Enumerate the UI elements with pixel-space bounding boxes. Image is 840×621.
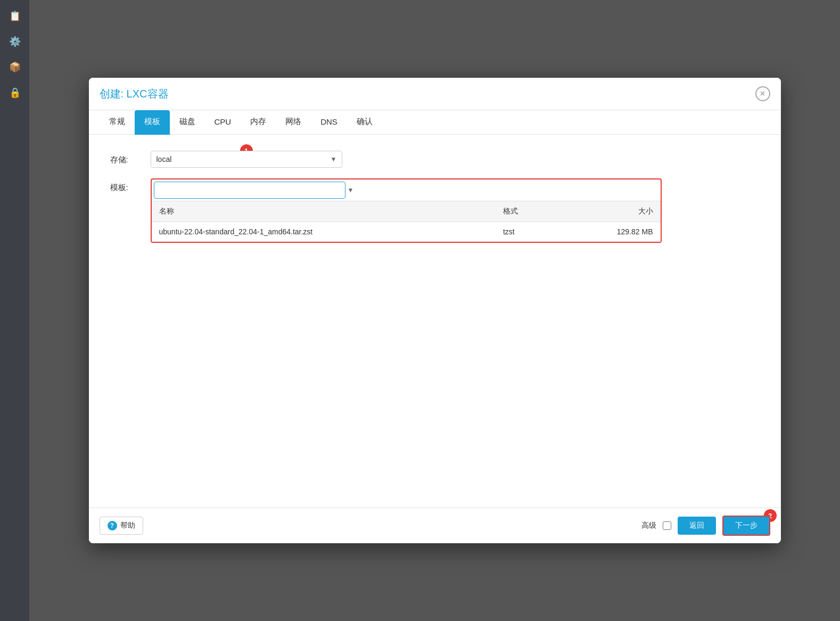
help-button[interactable]: ? 帮助 <box>100 517 143 535</box>
storage-select-wrapper: local ▼ <box>151 151 342 168</box>
tab-disk[interactable]: 磁盘 <box>170 110 205 135</box>
tab-network[interactable]: 网络 <box>276 110 311 135</box>
row-name: ubuntu-22.04-standard_22.04-1_amd64.tar.… <box>152 222 496 242</box>
storage-label: 存储: <box>110 151 142 165</box>
storage-row: 存储: 1 local ▼ <box>110 151 760 168</box>
tab-bar: 常规 模板 磁盘 CPU 内存 网络 DNS 确认 <box>89 110 781 135</box>
sidebar-icon-3[interactable]: 📦 <box>4 56 26 78</box>
next-button[interactable]: 下一步 <box>722 516 770 536</box>
sidebar-icon-1[interactable]: 📋 <box>4 5 26 27</box>
template-input-row: ▼ <box>152 179 661 201</box>
help-label: 帮助 <box>120 521 135 530</box>
row-size: 129.82 MB <box>556 222 660 242</box>
dialog-title: 创建: LXC容器 <box>100 87 169 101</box>
template-label: 模板: <box>110 178 142 193</box>
help-icon: ? <box>108 521 117 530</box>
template-dropdown-container: ▼ 名称 格式 大小 ubuntu- <box>151 178 662 243</box>
advanced-label: 高级 <box>641 521 656 530</box>
back-button[interactable]: 返回 <box>678 517 716 535</box>
tab-template[interactable]: 模板 <box>135 110 170 135</box>
footer-right: 高级 返回 2 下一步 <box>641 516 770 536</box>
row-format: tzst <box>496 222 556 242</box>
col-format-header: 格式 <box>496 201 556 222</box>
sidebar: 📋 ⚙️ 📦 🔒 <box>0 0 29 621</box>
advanced-checkbox[interactable] <box>663 521 671 530</box>
template-row: 模板: ▼ 名称 格式 大小 <box>110 178 760 243</box>
tab-general[interactable]: 常规 <box>100 110 135 135</box>
tab-memory[interactable]: 内存 <box>241 110 276 135</box>
storage-select[interactable]: local <box>151 151 342 168</box>
template-dropdown-arrow-icon: ▼ <box>348 186 354 194</box>
dialog-body: 存储: 1 local ▼ 模板: <box>89 135 781 508</box>
table-header-row: 名称 格式 大小 <box>152 201 661 222</box>
dialog-footer: ? 帮助 高级 返回 2 下一步 <box>89 508 781 543</box>
col-size-header: 大小 <box>556 201 660 222</box>
dialog: 创建: LXC容器 × 常规 模板 磁盘 CPU 内存 网络 DNS 确认 存储… <box>89 78 781 543</box>
sidebar-icon-2[interactable]: ⚙️ <box>4 31 26 52</box>
template-table: 名称 格式 大小 ubuntu-22.04-standard_22.04-1_a… <box>152 201 661 242</box>
template-input[interactable] <box>154 182 345 199</box>
tab-confirm[interactable]: 确认 <box>347 110 382 135</box>
tab-cpu[interactable]: CPU <box>205 111 241 134</box>
col-name-header: 名称 <box>152 201 496 222</box>
close-button[interactable]: × <box>755 86 770 101</box>
table-row[interactable]: ubuntu-22.04-standard_22.04-1_amd64.tar.… <box>152 222 661 242</box>
footer-left: ? 帮助 <box>100 517 143 535</box>
sidebar-icon-4[interactable]: 🔒 <box>4 82 26 103</box>
tab-dns[interactable]: DNS <box>311 111 347 134</box>
dialog-header: 创建: LXC容器 × <box>89 78 781 110</box>
